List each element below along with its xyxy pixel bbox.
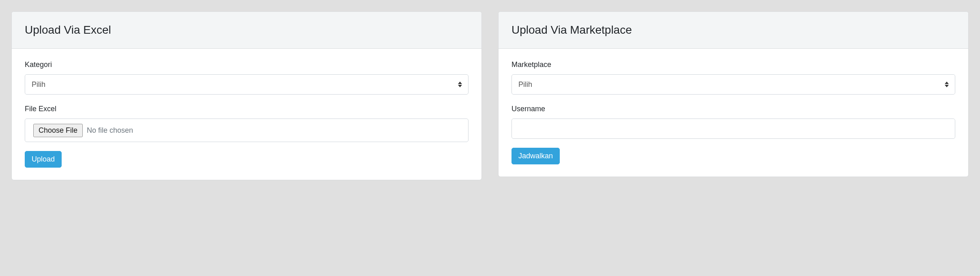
input-username[interactable] (511, 119, 955, 139)
label-marketplace: Marketplace (511, 59, 955, 70)
form-group-marketplace: Marketplace Pilih (511, 59, 955, 95)
upload-button[interactable]: Upload (25, 151, 62, 168)
label-kategori: Kategori (25, 59, 469, 70)
no-file-chosen-text: No file chosen (87, 125, 133, 136)
card-upload-marketplace: Upload Via Marketplace Marketplace Pilih… (498, 11, 969, 177)
form-group-kategori: Kategori Pilih (25, 59, 469, 95)
card-body-excel: Kategori Pilih File Excel Choose File No… (12, 49, 481, 180)
choose-file-button[interactable]: Choose File (33, 124, 83, 137)
jadwalkan-button[interactable]: Jadwalkan (511, 148, 560, 164)
select-marketplace[interactable]: Pilih (511, 74, 955, 95)
page-container: Upload Via Excel Kategori Pilih File Exc… (0, 0, 980, 276)
label-username: Username (511, 104, 955, 114)
form-group-username: Username (511, 104, 955, 139)
label-file-excel: File Excel (25, 104, 469, 114)
card-upload-excel: Upload Via Excel Kategori Pilih File Exc… (11, 11, 482, 180)
select-wrap-kategori: Pilih (25, 74, 469, 95)
select-kategori[interactable]: Pilih (25, 74, 469, 95)
file-input-wrapper[interactable]: Choose File No file chosen (25, 119, 469, 142)
form-group-file: File Excel Choose File No file chosen (25, 104, 469, 142)
select-wrap-marketplace: Pilih (511, 74, 955, 95)
card-header-marketplace: Upload Via Marketplace (499, 12, 968, 49)
card-body-marketplace: Marketplace Pilih Username Jadwalkan (499, 49, 968, 177)
card-header-excel: Upload Via Excel (12, 12, 481, 49)
